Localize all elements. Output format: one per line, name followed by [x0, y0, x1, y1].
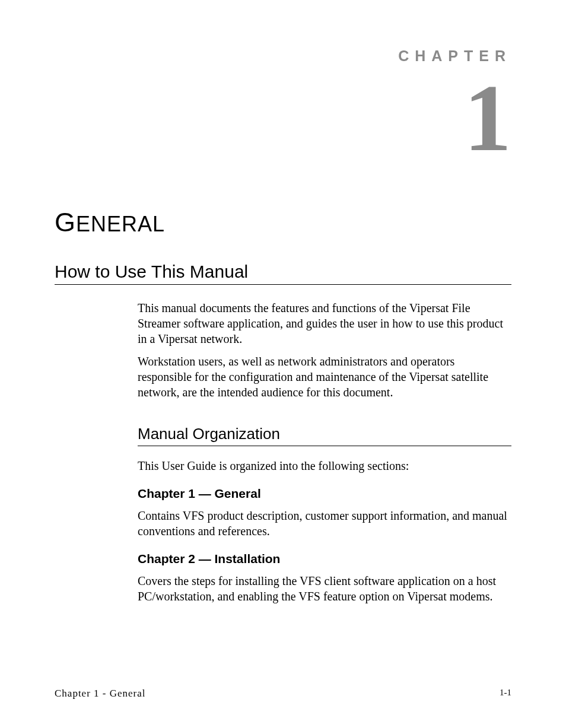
intro-paragraph-2: Workstation users, as well as network ad…	[138, 354, 511, 400]
chapter-1-heading: Chapter 1 — General	[138, 487, 511, 501]
chapter-number: 1	[55, 71, 511, 166]
org-intro-paragraph: This User Guide is organized into the fo…	[138, 458, 511, 473]
page-title: GENERAL	[55, 207, 511, 238]
document-page: CHAPTER 1 GENERAL How to Use This Manual…	[0, 0, 566, 728]
footer-page-number: 1-1	[500, 688, 511, 700]
section-heading-how-to-use: How to Use This Manual	[55, 262, 511, 285]
chapter-1-description: Contains VFS product description, custom…	[138, 508, 511, 539]
chapter-label: CHAPTER	[55, 47, 511, 65]
section-heading-manual-organization: Manual Organization	[138, 425, 511, 446]
body-content: This manual documents the features and f…	[138, 300, 511, 611]
chapter-2-description: Covers the steps for installing the VFS …	[138, 573, 511, 604]
page-footer: Chapter 1 - General 1-1	[55, 688, 511, 700]
footer-chapter-title: Chapter 1 - General	[55, 688, 146, 700]
chapter-2-heading: Chapter 2 — Installation	[138, 552, 511, 566]
intro-paragraph-1: This manual documents the features and f…	[138, 300, 511, 346]
